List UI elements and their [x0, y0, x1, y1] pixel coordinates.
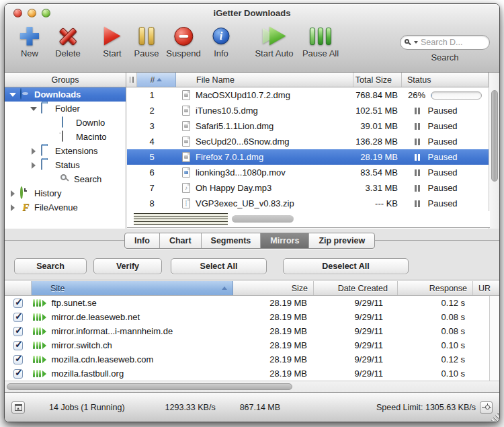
downloads-vertical-scrollbar[interactable]	[489, 73, 499, 229]
status-column-header[interactable]: Status	[402, 73, 489, 87]
checked-checkbox[interactable]	[13, 327, 23, 336]
status-cell: Paused	[403, 183, 490, 193]
disclosure-right-icon[interactable]	[30, 148, 37, 155]
download-row[interactable]: 2 iTunes10.5.dmg 102.51 MB Paused	[127, 103, 490, 118]
checked-checkbox[interactable]	[13, 341, 23, 350]
progress-fill	[431, 92, 432, 100]
download-row[interactable]: 7 ♪Oh Happy Day.mp3 3.31 MB Paused	[127, 180, 490, 196]
table-header-row: Groups # File Name Total Size Status	[5, 73, 499, 87]
mirror-row[interactable]: mirror.informat...i-mannheim.de 28.19 MB…	[5, 324, 490, 338]
checked-checkbox[interactable]	[13, 369, 23, 379]
verify-button[interactable]: Verify	[93, 258, 162, 274]
mirrors-horizontal-scrollbar[interactable]	[5, 381, 499, 392]
size-column-header[interactable]: Size	[233, 281, 314, 295]
window-title: iGetter Downloads	[214, 8, 291, 18]
row-number: 6	[127, 167, 177, 178]
download-row-selected[interactable]: 5 Firefox 7.0.1.dmg 28.19 MB Paused	[127, 149, 490, 165]
pause-button[interactable]: Pause	[134, 26, 159, 59]
file-name-column-header[interactable]: File Name	[176, 73, 353, 87]
sidebar-item-extensions[interactable]: Extensions	[5, 144, 126, 158]
tab-info[interactable]: Info	[125, 233, 160, 248]
zoom-button[interactable]	[42, 9, 50, 17]
mirror-server-icon	[33, 299, 46, 307]
checkbox-cell	[5, 369, 32, 379]
tab-mirrors[interactable]: Mirrors	[261, 233, 309, 248]
delete-button[interactable]: Delete	[55, 26, 81, 59]
disclosure-right-icon[interactable]	[30, 162, 37, 169]
info-label: Info	[214, 48, 228, 59]
status-cell: Paused	[403, 137, 490, 147]
mirror-row[interactable]: mozilla.fastbull.org 28.19 MB 9/29/11 0.…	[5, 366, 490, 381]
status-text: Paused	[428, 198, 458, 208]
groups-column-header[interactable]: Groups	[5, 73, 126, 87]
scrollbar-thumb[interactable]	[7, 383, 292, 390]
tab-chart[interactable]: Chart	[160, 233, 202, 248]
checked-checkbox[interactable]	[13, 313, 23, 322]
panel-toggle-button[interactable]	[11, 401, 25, 414]
dmg-file-icon	[182, 90, 190, 100]
sidebar-item-search[interactable]: Search	[5, 172, 126, 186]
search-input[interactable]	[421, 38, 481, 47]
mirrors-vertical-scrollbar[interactable]	[489, 296, 499, 381]
checkbox-column-header[interactable]	[5, 281, 32, 295]
groups-sidebar: Downloads Folder Downlo Macinto Extensio…	[5, 87, 126, 229]
disclosure-down-icon[interactable]	[30, 106, 37, 112]
deselect-all-button[interactable]: Deselect All	[283, 258, 409, 274]
download-folder-icon	[62, 117, 73, 128]
scrollbar-thumb[interactable]	[491, 90, 498, 182]
dmg-file-icon	[182, 121, 190, 131]
speed-slider-button[interactable]	[480, 401, 493, 414]
disclosure-right-icon[interactable]	[9, 204, 16, 211]
date-created-column-header[interactable]: Date Created	[314, 281, 398, 295]
mirror-row[interactable]: ftp.sunet.se 28.19 MB 9/29/11 0.12 s	[5, 296, 490, 310]
search-scope-caret-icon[interactable]	[414, 41, 418, 44]
pane-splitter-handle[interactable]	[126, 73, 137, 87]
minimize-button[interactable]	[28, 9, 36, 17]
search-mirrors-button[interactable]: Search	[14, 258, 87, 274]
start-auto-button[interactable]: Start Auto	[255, 26, 293, 59]
file-name-cell: ♪Oh Happy Day.mp3	[177, 183, 354, 193]
start-button[interactable]: Start	[103, 26, 121, 59]
search-field[interactable]	[400, 35, 490, 50]
sidebar-item-download-folder[interactable]: Downlo	[5, 116, 126, 130]
download-row[interactable]: 4 SecUpd20...6Snow.dmg 136.28 MB Paused	[127, 134, 490, 149]
info-button[interactable]: i Info	[213, 26, 230, 59]
mirror-row[interactable]: mirror.de.leaseweb.net 28.19 MB 9/29/11 …	[5, 310, 490, 324]
sidebar-item-macintosh[interactable]: Macinto	[5, 130, 126, 144]
close-button[interactable]	[13, 9, 22, 17]
disclosure-right-icon[interactable]	[9, 190, 16, 197]
sidebar-item-folder[interactable]: Folder	[5, 102, 126, 116]
pause-bars-icon	[139, 26, 155, 46]
download-row[interactable]: 3 Safari5.1.1Lion.dmg 39.01 MB Paused	[127, 118, 490, 134]
checked-checkbox[interactable]	[13, 299, 23, 308]
sidebar-item-label: Folder	[55, 104, 80, 114]
mirror-row[interactable]: mozilla.cdn.leaseweb.com 28.19 MB 9/29/1…	[5, 352, 490, 366]
download-row[interactable]: 1 MacOSXUpd10.7.2.dmg 768.84 MB 26%	[127, 87, 490, 103]
num-column-header[interactable]: #	[137, 73, 176, 87]
select-all-button[interactable]: Select All	[171, 258, 267, 274]
pause-all-button[interactable]: Pause All	[302, 26, 339, 59]
downloads-horizontal-scrollbar-thumb[interactable]	[232, 215, 294, 223]
tab-segments[interactable]: Segments	[202, 233, 261, 248]
download-row[interactable]: 6 lionking3d...1080p.mov 83.54 MB Paused	[127, 165, 490, 180]
sidebar-item-fileavenue[interactable]: F FileAvenue	[5, 200, 126, 215]
dmg-file-icon	[182, 106, 190, 116]
checked-checkbox[interactable]	[13, 355, 23, 364]
url-column-header[interactable]: UR	[473, 281, 499, 295]
mirror-row[interactable]: mirror.switch.ch 28.19 MB 9/29/11 0.10 s	[5, 338, 490, 352]
tab-zip-preview[interactable]: Zip preview	[309, 233, 374, 248]
titlebar[interactable]: iGetter Downloads	[5, 4, 499, 22]
new-button[interactable]: New	[20, 26, 39, 59]
file-name-cell: ┆VGP3exec_UB_v0.83.zip	[177, 198, 354, 208]
sidebar-item-downloads[interactable]: Downloads	[5, 87, 126, 102]
site-column-header[interactable]: Site	[32, 281, 233, 295]
sidebar-item-history[interactable]: History	[5, 186, 126, 200]
response-column-header[interactable]: Response	[398, 281, 473, 295]
suspend-button[interactable]: Suspend	[166, 26, 200, 59]
progress-bar	[431, 91, 482, 100]
disclosure-down-icon[interactable]	[9, 91, 16, 98]
status-text: Paused	[428, 106, 458, 116]
total-size-column-header[interactable]: Total Size	[353, 73, 402, 87]
download-row[interactable]: 8 ┆VGP3exec_UB_v0.83.zip --- KB Paused	[127, 196, 490, 211]
sidebar-item-status[interactable]: Status	[5, 158, 126, 172]
